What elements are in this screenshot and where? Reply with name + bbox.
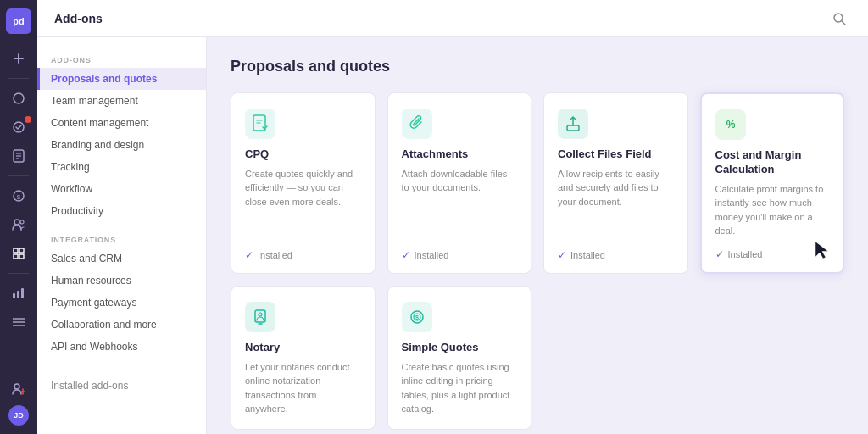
notary-icon [245, 302, 275, 332]
search-button[interactable] [827, 7, 851, 31]
svg-text:$: $ [415, 314, 419, 321]
nav-docs-icon[interactable] [4, 143, 33, 169]
collect-files-footer: ✓ Installed [558, 249, 674, 261]
icon-bar: pd $ [0, 0, 37, 434]
nav-addons-icon[interactable] [4, 241, 33, 266]
simple-quotes-desc: Create basic quotes using inline editing… [402, 360, 518, 417]
sidebar-item-branding[interactable]: Branding and design [37, 134, 206, 156]
collect-files-check: ✓ [558, 249, 566, 261]
simple-quotes-title: Simple Quotes [402, 341, 518, 355]
svg-point-18 [14, 384, 19, 389]
svg-point-10 [14, 220, 19, 225]
sidebar-item-collab[interactable]: Collaboration and more [37, 314, 206, 336]
svg-rect-24 [567, 125, 579, 131]
sidebar-item-productivity[interactable]: Productivity [37, 200, 206, 222]
cpq-footer: ✓ Installed [245, 249, 361, 261]
collect-files-title: Collect Files Field [558, 147, 674, 162]
nav-money-icon[interactable]: $ [4, 183, 33, 209]
sidebar-item-installed[interactable]: Installed add-ons [51, 375, 192, 397]
content-area: ADD-ONS Proposals and quotes Team manage… [37, 37, 868, 434]
user-avatar[interactable]: JD [8, 405, 29, 426]
cpq-installed-label: Installed [258, 250, 292, 260]
sidebar-item-proposals[interactable]: Proposals and quotes [37, 68, 206, 90]
collect-files-icon [558, 108, 588, 139]
sidebar-item-payments[interactable]: Payment gateways [37, 292, 206, 314]
app-logo[interactable]: pd [6, 8, 31, 34]
card-simple-quotes[interactable]: $ Simple Quotes Create basic quotes usin… [387, 286, 532, 430]
card-cost-margin[interactable]: % Cost and Margin Calculation Calculate … [700, 92, 845, 274]
attachments-icon [402, 108, 432, 139]
integrations-section-label: INTEGRATIONS [37, 231, 206, 248]
cost-margin-desc: Calculate profit margins to instantly se… [715, 182, 830, 238]
svg-line-22 [842, 21, 845, 25]
cost-margin-installed-label: Installed [728, 249, 763, 259]
svg-point-11 [20, 220, 24, 224]
addons-section-label: ADD-ONS [37, 51, 206, 68]
cursor-icon [812, 240, 831, 260]
collect-files-installed-label: Installed [570, 250, 605, 260]
cost-margin-title: Cost and Margin Calculation [715, 148, 830, 177]
main-wrapper: Add-ons ADD-ONS Proposals and quotes Tea… [37, 0, 868, 434]
sidebar-item-workflow[interactable]: Workflow [37, 178, 206, 200]
sidebar-item-tracking[interactable]: Tracking [37, 156, 206, 178]
card-notary[interactable]: Notary Let your notaries conduct online … [231, 286, 376, 430]
main-content: Proposals and quotes CPQ Create quotes q… [207, 37, 868, 434]
card-cpq[interactable]: CPQ Create quotes quickly and efficientl… [231, 92, 376, 274]
card-attachments[interactable]: Attachments Attach downloadable files to… [387, 92, 532, 274]
divider-2 [8, 175, 29, 176]
notification-badge [25, 116, 31, 123]
sidebar-item-content[interactable]: Content management [37, 112, 206, 134]
svg-text:%: % [726, 119, 735, 131]
icon-bar-bottom: JD [4, 376, 33, 426]
sidebar-item-team[interactable]: Team management [37, 90, 206, 112]
cards-grid: CPQ Create quotes quickly and efficientl… [231, 92, 844, 430]
svg-rect-14 [21, 288, 24, 298]
collect-files-desc: Allow recipients to easily and securely … [558, 167, 674, 239]
sidebar: ADD-ONS Proposals and quotes Team manage… [37, 37, 207, 434]
card-collect-files[interactable]: Collect Files Field Allow recipients to … [543, 92, 688, 274]
svg-point-2 [14, 93, 24, 103]
simple-quotes-icon: $ [402, 302, 432, 332]
page-title: Proposals and quotes [231, 58, 844, 75]
header-actions [827, 7, 851, 31]
notary-title: Notary [245, 341, 361, 355]
svg-text:$: $ [17, 193, 21, 201]
top-header: Add-ons [37, 0, 868, 37]
cost-margin-icon: % [715, 109, 746, 140]
sidebar-item-hr[interactable]: Human resources [37, 270, 206, 292]
nav-home-icon[interactable] [4, 86, 33, 111]
sidebar-item-api[interactable]: API and Webhooks [37, 336, 206, 358]
cpq-check: ✓ [245, 249, 253, 261]
svg-rect-13 [17, 291, 19, 298]
attachments-footer: ✓ Installed [402, 249, 518, 261]
attachments-check: ✓ [402, 249, 410, 261]
attachments-installed-label: Installed [415, 250, 449, 260]
cpq-icon [245, 108, 275, 139]
svg-point-28 [259, 313, 262, 316]
attachments-title: Attachments [402, 147, 518, 162]
notary-desc: Let your notaries conduct online notariz… [245, 360, 361, 417]
divider-1 [8, 78, 29, 79]
divider-3 [8, 273, 29, 274]
nav-tasks-icon[interactable] [4, 114, 33, 140]
sidebar-item-sales-crm[interactable]: Sales and CRM [37, 248, 206, 270]
nav-people-icon[interactable] [4, 212, 33, 237]
nav-add-contact-icon[interactable] [4, 376, 33, 402]
attachments-desc: Attach downloadable files to your docume… [402, 167, 518, 239]
cost-margin-check: ✓ [715, 248, 724, 260]
cpq-title: CPQ [245, 147, 361, 162]
nav-chart-icon[interactable] [4, 281, 33, 306]
cpq-desc: Create quotes quickly and efficiently — … [245, 167, 361, 239]
svg-rect-12 [13, 293, 15, 298]
nav-list-icon[interactable] [4, 309, 33, 335]
nav-add-button[interactable] [4, 46, 33, 71]
header-title: Add-ons [54, 12, 103, 25]
